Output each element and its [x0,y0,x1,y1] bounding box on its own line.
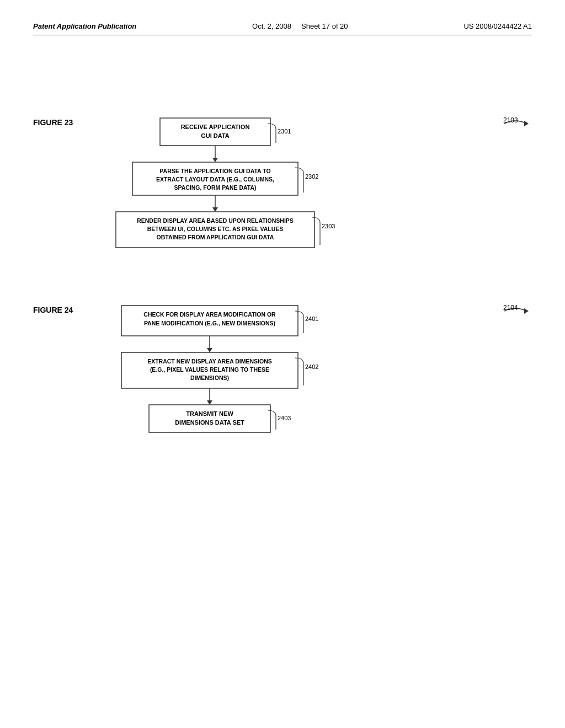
svg-marker-37 [524,308,529,314]
figure-23-diagram: RECEIVE APPLICATION GUI DATA 2301 PARSE … [105,113,482,267]
svg-text:2403: 2403 [278,415,291,421]
svg-text:EXTRACT NEW DISPLAY AREA DIMEN: EXTRACT NEW DISPLAY AREA DIMENSIONS [147,358,272,365]
figure-23-side-ref: 2103 [499,113,532,133]
side-ref-23-svg: 2103 [499,115,532,132]
svg-text:2302: 2302 [305,173,318,180]
svg-text:2303: 2303 [322,223,335,229]
svg-text:GUI DATA: GUI DATA [201,132,230,139]
svg-text:2402: 2402 [305,363,318,370]
svg-text:RENDER DISPLAY AREA BASED UPON: RENDER DISPLAY AREA BASED UPON RELATIONS… [137,217,294,224]
figure-23-svg: RECEIVE APPLICATION GUI DATA 2301 PARSE … [105,113,414,267]
figure-23-label: FIGURE 23 [33,113,88,127]
svg-text:DIMENSIONS DATA SET: DIMENSIONS DATA SET [175,419,244,426]
figure-24-svg: CHECK FOR DISPLAY AREA MODIFICATION OR P… [105,300,414,471]
figure-24-section: FIGURE 24 CHECK FOR DISPLAY AREA MODIFIC… [33,300,532,471]
svg-text:PANE MODIFICATION (E.G., NEW D: PANE MODIFICATION (E.G., NEW DIMENSIONS) [144,320,275,326]
svg-marker-18 [524,121,529,126]
svg-text:2401: 2401 [305,315,318,322]
page-header: Patent Application Publication Oct. 2, 2… [33,22,532,35]
svg-text:CHECK FOR DISPLAY AREA MODIFIC: CHECK FOR DISPLAY AREA MODIFICATION OR [143,311,276,318]
svg-rect-33 [149,405,270,432]
figure-24-side-ref: 2104 [499,300,532,321]
svg-text:OBTAINED FROM APPLICATION GUI : OBTAINED FROM APPLICATION GUI DATA [157,234,274,240]
svg-rect-0 [160,118,270,146]
svg-marker-5 [212,158,218,162]
svg-text:2103: 2103 [503,116,518,124]
header-date: Oct. 2, 2008 Sheet 17 of 20 [252,22,348,30]
figure-24-diagram: CHECK FOR DISPLAY AREA MODIFICATION OR P… [105,300,482,471]
svg-text:(E.G., PIXEL VALUES RELATING T: (E.G., PIXEL VALUES RELATING TO THESE [150,366,269,373]
svg-text:EXTRACT LAYOUT DATA (E.G., COL: EXTRACT LAYOUT DATA (E.G., COLUMNS, [156,176,274,183]
svg-text:SPACING, FORM PANE DATA): SPACING, FORM PANE DATA) [174,184,256,191]
figure-23-section: FIGURE 23 RECEIVE APPLICATION GUI DATA 2… [33,113,532,267]
svg-text:PARSE THE APPLICATION GUI DATA: PARSE THE APPLICATION GUI DATA TO [159,168,270,174]
svg-text:2104: 2104 [503,304,518,312]
figure-24-label: FIGURE 24 [33,300,88,314]
side-ref-24-svg: 2104 [499,303,532,319]
patent-page: Patent Application Publication Oct. 2, 2… [0,0,565,728]
svg-text:BETWEEN UI, COLUMNS  ETC. AS P: BETWEEN UI, COLUMNS ETC. AS PIXEL VALUES [147,226,284,232]
svg-marker-32 [207,400,212,405]
svg-text:DIMENSIONS): DIMENSIONS) [190,374,229,381]
svg-marker-25 [207,348,212,352]
svg-marker-12 [212,207,218,212]
header-patent: US 2008/0244422 A1 [463,22,532,30]
svg-text:RECEIVE APPLICATION: RECEIVE APPLICATION [181,124,250,130]
header-title: Patent Application Publication [33,22,136,30]
svg-text:TRANSMIT NEW: TRANSMIT NEW [186,410,233,417]
figures-content: FIGURE 23 RECEIVE APPLICATION GUI DATA 2… [33,68,532,471]
svg-text:2301: 2301 [278,128,291,135]
